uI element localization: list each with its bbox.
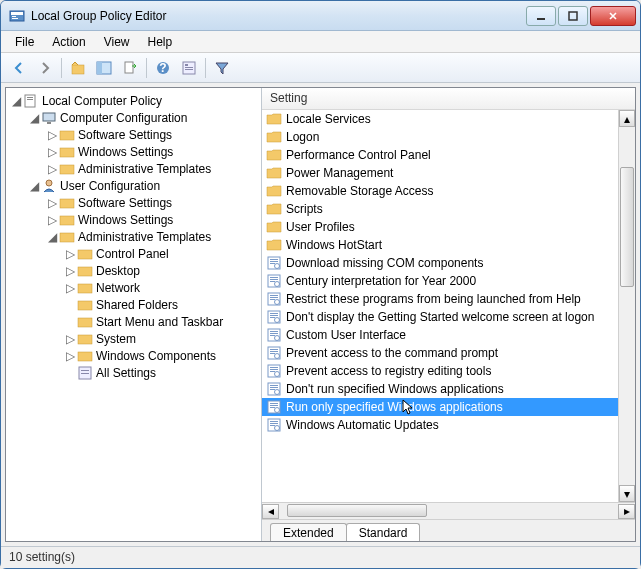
tree-item[interactable]: All Settings: [62, 364, 259, 381]
tree-pane[interactable]: ◢ Local Computer Policy ◢ Computer Confi…: [6, 88, 262, 541]
list-column-header[interactable]: Setting: [262, 88, 635, 110]
expand-icon[interactable]: ▷: [64, 248, 76, 260]
back-button[interactable]: [7, 56, 31, 80]
list-item-label: User Profiles: [286, 220, 355, 234]
expand-icon[interactable]: ▷: [46, 146, 58, 158]
export-button[interactable]: [118, 56, 142, 80]
list-item[interactable]: Logon: [262, 128, 635, 146]
list-item-label: Don't run specified Windows applications: [286, 382, 504, 396]
horizontal-scrollbar[interactable]: ◂ ▸: [262, 502, 635, 519]
list-item[interactable]: Windows HotStart: [262, 236, 635, 254]
svg-rect-59: [270, 331, 278, 332]
list-item[interactable]: Download missing COM components: [262, 254, 635, 272]
vertical-scrollbar[interactable]: ▴ ▾: [618, 110, 635, 502]
help-button[interactable]: ?: [151, 56, 175, 80]
tree-item[interactable]: ▷Windows Components: [62, 347, 259, 364]
tree-item[interactable]: ▷Software Settings: [44, 126, 259, 143]
scroll-track[interactable]: [619, 127, 635, 485]
list-item[interactable]: Custom User Interface: [262, 326, 635, 344]
tree-item[interactable]: ▷Administrative Templates: [44, 160, 259, 177]
svg-rect-31: [78, 301, 92, 310]
list-item[interactable]: User Profiles: [262, 218, 635, 236]
svg-rect-29: [78, 267, 92, 276]
list-item[interactable]: Restrict these programs from being launc…: [262, 290, 635, 308]
minimize-button[interactable]: [526, 6, 556, 26]
tree-item[interactable]: Start Menu and Taskbar: [62, 313, 259, 330]
svg-rect-60: [270, 333, 278, 334]
forward-button[interactable]: [33, 56, 57, 80]
tab-standard[interactable]: Standard: [346, 523, 421, 541]
scroll-down-icon[interactable]: ▾: [619, 485, 635, 502]
scroll-left-icon[interactable]: ◂: [262, 504, 279, 519]
menu-view[interactable]: View: [96, 33, 138, 51]
properties-button[interactable]: [177, 56, 201, 80]
up-button[interactable]: [66, 56, 90, 80]
list-item-label: Power Management: [286, 166, 393, 180]
menu-help[interactable]: Help: [140, 33, 181, 51]
list-item[interactable]: Don't display the Getting Started welcom…: [262, 308, 635, 326]
status-text: 10 setting(s): [9, 550, 75, 564]
list-body[interactable]: Locale ServicesLogonPerformance Control …: [262, 110, 635, 502]
list-item[interactable]: Don't run specified Windows applications: [262, 380, 635, 398]
filter-button[interactable]: [210, 56, 234, 80]
expand-icon[interactable]: ▷: [64, 350, 76, 362]
expand-icon[interactable]: ▷: [46, 163, 58, 175]
tree-computer-config[interactable]: ◢ Computer Configuration: [26, 109, 259, 126]
menu-action[interactable]: Action: [44, 33, 93, 51]
expand-icon[interactable]: ▷: [64, 333, 76, 345]
list-item[interactable]: Performance Control Panel: [262, 146, 635, 164]
list-item[interactable]: Scripts: [262, 200, 635, 218]
scroll-thumb[interactable]: [287, 504, 427, 517]
tree-user-config[interactable]: ◢ User Configuration: [26, 177, 259, 194]
tree-item[interactable]: ▷Control Panel: [62, 245, 259, 262]
list-item[interactable]: Prevent access to the command prompt: [262, 344, 635, 362]
list-item-label: Windows HotStart: [286, 238, 382, 252]
tree-admin-templates[interactable]: ◢Administrative Templates: [44, 228, 259, 245]
menu-file[interactable]: File: [7, 33, 42, 51]
collapse-icon[interactable]: ◢: [46, 231, 58, 243]
tree-system[interactable]: ▷System: [62, 330, 259, 347]
list-item[interactable]: Windows Automatic Updates: [262, 416, 635, 434]
close-button[interactable]: [590, 6, 636, 26]
list-item[interactable]: Century interpretation for Year 2000: [262, 272, 635, 290]
tree-item[interactable]: ▷Software Settings: [44, 194, 259, 211]
tree-root[interactable]: ◢ Local Computer Policy: [8, 92, 259, 109]
list-item[interactable]: Removable Storage Access: [262, 182, 635, 200]
expand-icon[interactable]: ▷: [64, 265, 76, 277]
expand-icon[interactable]: ▷: [46, 214, 58, 226]
show-hide-tree-button[interactable]: [92, 56, 116, 80]
collapse-icon[interactable]: ◢: [28, 180, 40, 192]
list-item[interactable]: Locale Services: [262, 110, 635, 128]
expand-icon[interactable]: ▷: [46, 129, 58, 141]
expand-icon[interactable]: ▷: [46, 197, 58, 209]
scroll-right-icon[interactable]: ▸: [618, 504, 635, 519]
blank-icon: [64, 316, 76, 328]
setting-icon: [266, 399, 282, 415]
tree-item[interactable]: ▷Desktop: [62, 262, 259, 279]
list-item[interactable]: Prevent access to registry editing tools: [262, 362, 635, 380]
tree-item[interactable]: ▷Network: [62, 279, 259, 296]
collapse-icon[interactable]: ◢: [10, 95, 22, 107]
expand-icon[interactable]: ▷: [64, 282, 76, 294]
window-title: Local Group Policy Editor: [31, 9, 524, 23]
scroll-thumb[interactable]: [620, 167, 634, 287]
toolbar-separator: [205, 58, 206, 78]
maximize-button[interactable]: [558, 6, 588, 26]
tree-item[interactable]: ▷Windows Settings: [44, 143, 259, 160]
scroll-track[interactable]: [279, 504, 618, 519]
tab-extended[interactable]: Extended: [270, 523, 347, 541]
svg-rect-34: [78, 352, 92, 361]
tree-label: Network: [96, 281, 140, 295]
list-item[interactable]: Run only specified Windows applications: [262, 398, 635, 416]
list-item[interactable]: Power Management: [262, 164, 635, 182]
tree-label: All Settings: [96, 366, 156, 380]
titlebar[interactable]: Local Group Policy Editor: [1, 1, 640, 31]
policy-icon: [23, 93, 39, 109]
tree-item[interactable]: Shared Folders: [62, 296, 259, 313]
tree-item[interactable]: ▷Windows Settings: [44, 211, 259, 228]
scroll-up-icon[interactable]: ▴: [619, 110, 635, 127]
svg-rect-3: [12, 18, 18, 19]
svg-rect-44: [270, 277, 278, 278]
collapse-icon[interactable]: ◢: [28, 112, 40, 124]
svg-rect-20: [47, 122, 51, 124]
